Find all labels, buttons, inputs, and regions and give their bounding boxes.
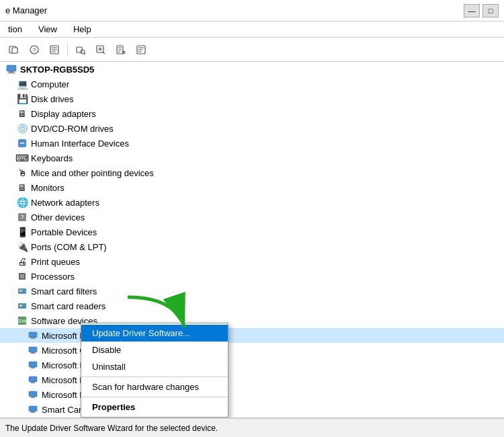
tree-item-ms-ipv[interactable]: Microsoft IPv… — [0, 358, 504, 372]
tree-item-disk[interactable]: 💾 Disk drives — [0, 91, 504, 106]
context-menu-scan[interactable]: Scan for hardware changes — [81, 379, 228, 395]
svg-rect-45 — [31, 367, 35, 368]
tree-root-item[interactable]: SKTOP-RGB5SD5 — [0, 62, 504, 77]
uninstall-label: Uninstall — [92, 362, 126, 372]
svg-rect-43 — [31, 352, 35, 354]
item-label: Portable Devices — [31, 227, 97, 237]
tree-item-ms-rac[interactable]: Microsoft Rac… — [0, 387, 504, 402]
tree-item-network[interactable]: 🌐 Network adapters — [0, 195, 504, 210]
scan-label: Scan for hardware changes — [92, 382, 199, 392]
remove-button[interactable] — [112, 41, 130, 58]
item-label: Disk drives — [31, 94, 74, 104]
device-icon — [27, 374, 39, 386]
tree-item-display[interactable]: 🖥 Display adapters — [0, 106, 504, 121]
context-menu-update-driver[interactable]: Update Driver Software... — [81, 325, 228, 342]
tree-item-other[interactable]: ? Other devices — [0, 210, 504, 225]
menu-view[interactable]: View — [36, 23, 60, 36]
tree-item-print[interactable]: 🖨 Print queues — [0, 254, 504, 269]
back-button[interactable] — [5, 41, 23, 58]
item-label: Print queues — [31, 257, 80, 267]
add-button[interactable] — [92, 41, 110, 58]
network-icon: 🌐 — [16, 196, 28, 208]
item-label: Smart card filters — [31, 286, 97, 296]
keyboard-icon: ⌨ — [16, 152, 28, 164]
svg-rect-27 — [7, 73, 15, 74]
computer-icon — [5, 63, 17, 75]
device-icon — [27, 329, 39, 342]
item-label: Display adapters — [31, 109, 96, 119]
properties-button[interactable] — [132, 41, 150, 58]
svg-rect-25 — [7, 65, 16, 71]
toolbar-separator-1 — [67, 43, 68, 56]
tree-item-portable[interactable]: 📱 Portable Devices — [0, 225, 504, 239]
tree-item-smartcard-readers[interactable]: Smart card readers — [0, 299, 504, 313]
svg-rect-1 — [12, 48, 17, 53]
tree-item-smartcard-filters[interactable]: Smart card filters — [0, 284, 504, 299]
tree-item-software[interactable]: SW Software devices — [0, 313, 504, 328]
device-icon — [27, 344, 39, 356]
disk-icon: 💾 — [16, 93, 28, 105]
context-menu-uninstall[interactable]: Uninstall — [81, 358, 228, 375]
title-bar: e Manager — □ — [0, 0, 504, 22]
forward-button[interactable]: ? — [26, 41, 43, 58]
item-label: Network adapters — [31, 198, 99, 208]
svg-line-10 — [84, 53, 85, 54]
menu-action[interactable]: tion — [5, 23, 25, 36]
processor-icon — [16, 270, 28, 282]
svg-rect-50 — [29, 406, 37, 411]
tree-item-hid[interactable]: Human Interface Devices — [0, 136, 504, 151]
properties-icon — [136, 44, 146, 55]
list-icon — [49, 44, 60, 55]
add-icon — [95, 44, 106, 55]
tree-item-sound[interactable]: 🔊 Sound, video and … — [0, 417, 504, 418]
software-icon: SW — [16, 315, 28, 327]
context-menu-separator — [81, 376, 228, 377]
status-bar: The Update Driver Software Wizard for th… — [0, 418, 504, 437]
device-icon — [27, 403, 39, 415]
tree-item-ms-dev[interactable]: Microsoft Dev… — [0, 328, 504, 343]
scan-icon — [75, 44, 86, 55]
svg-rect-51 — [31, 411, 35, 413]
svg-rect-37 — [19, 305, 22, 307]
svg-rect-8 — [77, 47, 82, 52]
remove-icon — [116, 44, 126, 55]
tree-item-ms-pas[interactable]: Microsoft Pas… — [0, 372, 504, 387]
context-menu-properties[interactable]: Properties — [81, 399, 228, 415]
device-manager-tree: SKTOP-RGB5SD5 💻 Computer 💾 Disk drives 🖥… — [0, 62, 504, 418]
svg-rect-26 — [9, 71, 14, 73]
context-menu-disable[interactable]: Disable — [81, 342, 228, 358]
tree-item-mice[interactable]: 🖱 Mice and other pointing devices — [0, 165, 504, 180]
hid-icon — [16, 137, 28, 149]
other-icon: ? — [16, 211, 28, 223]
smartcard-reader-icon — [16, 300, 28, 312]
tree-item-ports[interactable]: 🔌 Ports (COM & LPT) — [0, 239, 504, 254]
window-title: e Manager — [5, 5, 47, 15]
back-icon — [9, 44, 19, 55]
item-label: Mice and other pointing devices — [31, 168, 154, 178]
svg-rect-46 — [29, 376, 37, 382]
item-label: Smart card readers — [31, 301, 106, 311]
menu-help[interactable]: Help — [71, 23, 94, 36]
toolbar: ? — [0, 38, 504, 62]
svg-text:?: ? — [32, 47, 36, 54]
disable-label: Disable — [92, 345, 121, 355]
item-label: Keyboards — [31, 153, 73, 163]
tree-item-dvd[interactable]: 💿 DVD/CD-ROM drives — [0, 121, 504, 136]
maximize-button[interactable]: □ — [482, 4, 499, 17]
minimize-button[interactable]: — — [464, 4, 480, 17]
tree-item-smartcard-d[interactable]: Smart Card D… — [0, 402, 504, 417]
svg-rect-40 — [29, 332, 37, 337]
menu-bar: tion View Help — [0, 22, 504, 38]
svg-rect-44 — [29, 362, 37, 367]
tree-item-monitors[interactable]: 🖥 Monitors — [0, 180, 504, 195]
tree-item-keyboards[interactable]: ⌨ Keyboards — [0, 151, 504, 165]
properties-label: Properties — [92, 402, 135, 412]
tree-item-computer[interactable]: 💻 Computer — [0, 77, 504, 91]
scan-button[interactable] — [72, 41, 89, 58]
update-driver-label: Update Driver Software... — [92, 328, 190, 338]
svg-text:?: ? — [20, 214, 24, 221]
help-button[interactable] — [46, 41, 63, 58]
tree-item-processors[interactable]: Processors — [0, 269, 504, 284]
item-label: Computer — [31, 79, 69, 89]
tree-item-ms-gs[interactable]: Microsoft GS … — [0, 343, 504, 358]
